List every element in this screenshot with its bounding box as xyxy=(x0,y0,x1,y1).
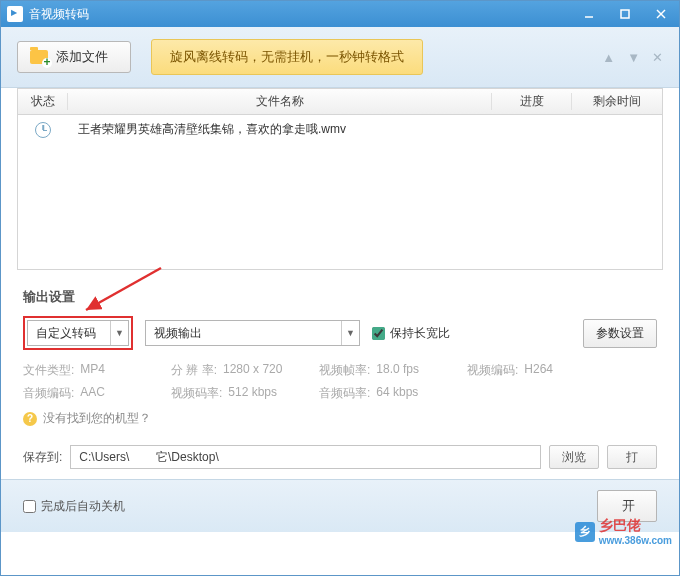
col-name: 文件名称 xyxy=(68,93,492,110)
save-path-row: 保存到: 浏览 打 xyxy=(1,445,679,479)
col-time: 剩余时间 xyxy=(572,93,662,110)
help-link[interactable]: ? 没有找到您的机型？ xyxy=(23,410,657,427)
add-file-button[interactable]: 添加文件 xyxy=(17,41,131,73)
video-output-select[interactable]: 视频输出 ▼ xyxy=(145,320,360,346)
save-path-input[interactable] xyxy=(70,445,541,469)
minimize-button[interactable] xyxy=(571,1,607,27)
col-progress: 进度 xyxy=(492,93,572,110)
annotation-arrow xyxy=(81,268,171,322)
svg-line-4 xyxy=(86,268,161,310)
table-row[interactable]: 王者荣耀男英雄高清壁纸集锦，喜欢的拿走哦.wmv xyxy=(18,115,662,144)
highlight-box: 自定义转码 ▼ xyxy=(23,316,133,350)
promo-banner[interactable]: 旋风离线转码，无需挂机，一秒钟转格式 xyxy=(151,39,423,75)
watermark-logo-icon: 乡 xyxy=(575,522,595,542)
shutdown-checkbox[interactable]: 完成后自动关机 xyxy=(23,498,125,515)
app-window: 音视频转码 添加文件 旋风离线转码，无需挂机，一秒钟转格式 ▲ ▼ ✕ 状态 文… xyxy=(0,0,680,576)
title-bar: 音视频转码 xyxy=(1,1,679,27)
file-table: 状态 文件名称 进度 剩余时间 王者荣耀男英雄高清壁纸集锦，喜欢的拿走哦.wmv xyxy=(17,88,663,270)
chevron-down-icon: ▼ xyxy=(341,321,359,345)
chevron-down-icon: ▼ xyxy=(110,321,128,345)
close-button[interactable] xyxy=(643,1,679,27)
watermark: 乡 乡巴佬 www.386w.com xyxy=(575,517,672,546)
move-up-icon[interactable]: ▲ xyxy=(602,50,615,65)
sort-controls: ▲ ▼ ✕ xyxy=(602,50,663,65)
open-folder-button[interactable]: 打 xyxy=(607,445,657,469)
svg-rect-1 xyxy=(621,10,629,18)
save-label: 保存到: xyxy=(23,449,62,466)
help-icon: ? xyxy=(23,412,37,426)
table-header: 状态 文件名称 进度 剩余时间 xyxy=(18,89,662,115)
remove-icon[interactable]: ✕ xyxy=(652,50,663,65)
browse-button[interactable]: 浏览 xyxy=(549,445,599,469)
param-settings-button[interactable]: 参数设置 xyxy=(583,319,657,348)
output-info-row: 文件类型:MP4 分 辨 率:1280 x 720 视频帧率:18.0 fps … xyxy=(23,362,657,379)
file-name-cell: 王者荣耀男英雄高清壁纸集锦，喜欢的拿走哦.wmv xyxy=(68,121,492,138)
move-down-icon[interactable]: ▼ xyxy=(627,50,640,65)
app-icon xyxy=(7,6,23,22)
preset-select[interactable]: 自定义转码 ▼ xyxy=(27,320,129,346)
col-status: 状态 xyxy=(18,93,68,110)
window-title: 音视频转码 xyxy=(29,6,89,23)
folder-add-icon xyxy=(30,50,48,64)
keep-ratio-checkbox[interactable]: 保持长宽比 xyxy=(372,325,450,342)
output-settings: 输出设置 自定义转码 ▼ 视频输出 ▼ 保持长宽比 参数设置 文件类型:MP4 … xyxy=(1,278,679,445)
maximize-button[interactable] xyxy=(607,1,643,27)
output-info-row: 音频编码:AAC 视频码率:512 kbps 音频码率:64 kbps xyxy=(23,385,657,402)
toolbar: 添加文件 旋风离线转码，无需挂机，一秒钟转格式 ▲ ▼ ✕ xyxy=(1,27,679,88)
pending-icon xyxy=(35,122,51,138)
